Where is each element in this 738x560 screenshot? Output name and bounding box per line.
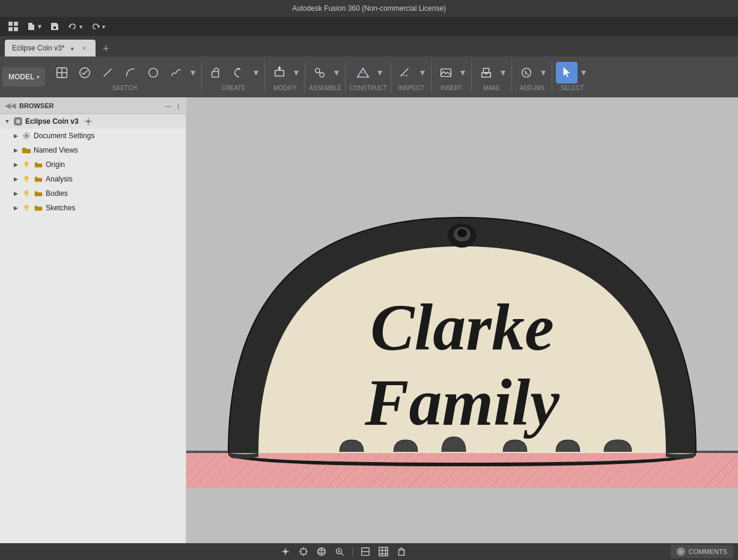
file-group: ▾ xyxy=(23,19,45,34)
svg-marker-4 xyxy=(69,25,70,28)
status-bar: + COMMENTS xyxy=(0,543,738,560)
title-bar: Autodesk Fusion 360 (Non-commercial Lice… xyxy=(0,0,738,17)
file-button[interactable]: ▾ xyxy=(23,19,45,34)
insert-image-button[interactable] xyxy=(435,62,457,84)
assemble-group-label: ASSEMBLE xyxy=(309,85,341,91)
browser-collapse-button[interactable]: — xyxy=(163,102,173,109)
origin-arrow: ▶ xyxy=(12,161,19,168)
svg-point-11 xyxy=(149,68,158,77)
sketches-bulb-icon xyxy=(22,203,31,213)
bodies-bulb-icon xyxy=(22,189,31,198)
svg-point-46 xyxy=(285,550,287,553)
comments-plus-icon: + xyxy=(677,547,685,556)
create-more-button[interactable]: ▾ xyxy=(251,62,261,84)
tree-item-origin[interactable]: ▶ Origin xyxy=(0,157,186,172)
doc-settings-label: Document Settings xyxy=(34,132,94,140)
undo-button[interactable]: ▾ xyxy=(64,19,86,34)
select-more-button[interactable]: ▾ xyxy=(579,62,588,84)
model-dropdown-arrow: ▾ xyxy=(37,75,39,80)
tree-item-root[interactable]: ▼ Eclipse Coin v3 xyxy=(0,114,186,129)
revolve-button[interactable] xyxy=(228,62,250,84)
status-separator xyxy=(352,547,353,556)
sketches-label: Sketches xyxy=(46,204,75,212)
tab-close-button[interactable]: × xyxy=(80,44,88,52)
sketches-folder-icon xyxy=(34,203,43,213)
svg-rect-66 xyxy=(399,550,404,555)
3d-model-scene: Clarke Family xyxy=(186,97,738,543)
addins-group-label: ADD-INS xyxy=(520,85,544,91)
redo-button[interactable]: ▾ xyxy=(87,19,109,34)
svg-rect-61 xyxy=(379,547,388,556)
addins-more-button[interactable]: ▾ xyxy=(538,62,548,84)
bodies-arrow: ▶ xyxy=(12,190,19,197)
svg-rect-32 xyxy=(25,181,28,182)
sketches-arrow: ▶ xyxy=(12,204,19,212)
midplane-button[interactable] xyxy=(352,62,374,84)
doc-settings-gear-icon xyxy=(22,131,31,141)
display-mode-button[interactable] xyxy=(358,545,373,558)
origin-label: Origin xyxy=(46,160,65,169)
svg-rect-12 xyxy=(212,72,219,77)
bodies-folder-icon xyxy=(34,189,43,198)
3d-viewport[interactable]: Clarke Family xyxy=(186,97,738,543)
sketch-more-button[interactable]: ▾ xyxy=(188,62,198,84)
main-content: ◀◀ BROWSER — | ▼ Eclipse Coin v3 ▶ xyxy=(0,97,738,543)
addins-scripts-button[interactable] xyxy=(516,62,537,84)
make-more-button[interactable]: ▾ xyxy=(498,62,508,84)
svg-text:Clarke: Clarke xyxy=(370,291,554,364)
bodies-label: Bodies xyxy=(46,189,68,198)
root-component-icon xyxy=(13,117,23,126)
3dprint-button[interactable] xyxy=(475,62,497,84)
named-views-arrow: ▶ xyxy=(12,147,19,154)
grid-menu-button[interactable] xyxy=(5,18,22,35)
browser-title: ◀◀ BROWSER xyxy=(5,102,53,110)
svg-rect-31 xyxy=(25,166,28,168)
construct-more-button[interactable]: ▾ xyxy=(375,62,385,84)
transform-button[interactable] xyxy=(278,545,293,558)
press-pull-button[interactable] xyxy=(269,62,290,84)
joint-button[interactable] xyxy=(309,62,331,84)
assemble-more-button[interactable]: ▾ xyxy=(332,62,341,84)
comments-button[interactable]: + COMMENTS xyxy=(671,545,733,558)
origin-folder-icon xyxy=(34,160,43,169)
circle-tool-button[interactable] xyxy=(142,62,164,84)
orbit-button[interactable] xyxy=(314,545,329,558)
finish-sketch-button[interactable] xyxy=(74,62,96,84)
grid-button[interactable] xyxy=(376,545,391,558)
arc-tool-button[interactable] xyxy=(120,62,141,84)
sketch-group-label: SKETCH xyxy=(112,85,137,91)
tree-item-sketches[interactable]: ▶ Sketches xyxy=(0,201,186,215)
tree-item-bodies[interactable]: ▶ Bodies xyxy=(0,186,186,201)
spline-button[interactable] xyxy=(165,62,187,84)
tree-item-named-views[interactable]: ▶ Named Views xyxy=(0,143,186,157)
tree-item-analysis[interactable]: ▶ Analysis xyxy=(0,172,186,186)
named-views-folder-icon xyxy=(22,145,31,155)
new-tab-button[interactable]: + xyxy=(98,41,114,56)
inspect-more-button[interactable]: ▾ xyxy=(418,62,427,84)
line-tool-button[interactable] xyxy=(97,62,118,84)
root-label: Eclipse Coin v3 xyxy=(25,117,79,126)
save-button[interactable] xyxy=(46,19,63,34)
pan-button[interactable] xyxy=(296,545,311,558)
zoom-button[interactable] xyxy=(332,545,347,558)
comments-plus-label: + xyxy=(679,549,683,555)
svg-rect-23 xyxy=(484,68,489,72)
tree-item-document-settings[interactable]: ▶ Document Settings xyxy=(0,129,186,143)
model-mode-button[interactable]: MODEL ▾ xyxy=(2,67,45,87)
insert-more-button[interactable]: ▾ xyxy=(458,62,468,84)
view-cube-button[interactable] xyxy=(394,545,409,558)
model-label: MODEL xyxy=(8,73,34,81)
measure-button[interactable] xyxy=(395,62,416,84)
modify-more-button[interactable]: ▾ xyxy=(291,62,301,84)
active-tab[interactable]: Eclipse Coin v3* ● × xyxy=(5,40,96,56)
browser-collapse-arrow[interactable]: ◀◀ xyxy=(5,102,16,110)
create-sketch-button[interactable] xyxy=(51,62,73,84)
select-tool-button[interactable] xyxy=(556,62,578,84)
origin-bulb-icon xyxy=(22,160,31,169)
browser-expand-button[interactable]: | xyxy=(175,102,181,109)
svg-marker-15 xyxy=(279,66,281,68)
extrude-button[interactable] xyxy=(206,62,227,84)
browser-controls: — | xyxy=(163,102,181,109)
construct-group-label: CONSTRUCT xyxy=(349,85,387,91)
select-group-label: SELECT xyxy=(561,85,584,91)
